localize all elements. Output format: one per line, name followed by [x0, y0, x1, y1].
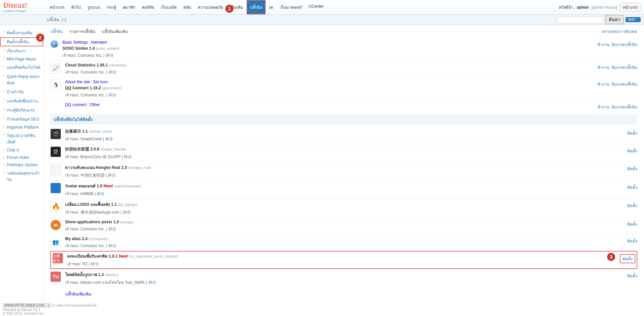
footer: WWW.PPTFLOWER.COMง ทางเลือกใหม่ของคนรักษ… [0, 302, 99, 311]
rate-link[interactable]: 评分 [108, 243, 116, 248]
plugin-icon: 📈 [50, 63, 61, 74]
sidebar-item[interactable]: Mini Page Music [0, 55, 43, 63]
sidebar-item[interactable]: กำหนดข้อมูล SEO [0, 115, 43, 124]
topnav-item[interactable]: รูปแบบ [84, 0, 104, 14]
topnav-item[interactable]: พอร์ทัล [139, 0, 157, 14]
rate-link[interactable]: 评分 [108, 227, 116, 231]
rate-link[interactable]: 评分 [97, 191, 105, 196]
upgrade-link[interactable]: อัปเกรดปลั๊กอิน [611, 82, 637, 87]
run-link[interactable]: ทำงาน [597, 82, 609, 87]
rate-link[interactable]: 评分 [108, 70, 116, 75]
sidebar-item[interactable]: Chat X [0, 146, 43, 154]
sidebar-item[interactable]: แลกลิงค์เพื่อนบ้าน [0, 96, 43, 105]
run-link[interactable]: ทำงาน [597, 42, 609, 47]
search-input[interactable] [556, 16, 603, 23]
rate-link[interactable]: 评分 [124, 154, 132, 159]
install-link[interactable]: ติดตั้ง [627, 274, 637, 278]
plugin-row: 贷好贷站长联盟 2.0.8 (dzapp_haodai)เจ้าของ: Bra… [50, 144, 637, 162]
install-link[interactable]: ติดตั้ง [627, 185, 637, 190]
topnav-item[interactable]: สมาชิก [119, 0, 139, 14]
plugin-meta-link[interactable]: Iwenwen [91, 40, 107, 45]
plugin-icon: 👤 [50, 183, 61, 193]
plugin-icon: 👥 [50, 236, 61, 247]
map-button[interactable]: MAP ↓ [626, 17, 641, 22]
install-link[interactable]: ติดตั้ง [627, 239, 637, 243]
plugin-meta-link[interactable]: Set Icon [93, 80, 108, 84]
plugin-row: 👤Avatar คอมเมนต์ 1.0 New! (lstreviewavat… [50, 180, 637, 199]
search-button[interactable]: ค้นหา [605, 15, 624, 24]
content: ปลั๊กอินรายการปลั๊กอินปลั๊กอินเพิ่มเติมต… [44, 25, 644, 311]
plugin-icon: 🐧 [50, 80, 61, 90]
install-link[interactable]: ติดตั้ง [627, 222, 637, 227]
topnav-item[interactable]: ความปลอดภัย [195, 0, 226, 14]
topnav-item[interactable]: คลับ [180, 0, 195, 14]
tab[interactable]: รายการปลั๊กอิน [69, 28, 95, 35]
plugin-row: 注册送分ลงทะเบียนเพื่อรับเครดิต 1.0.1 New! (… [50, 251, 637, 269]
sidebar-item[interactable]: ป้ายกำกับ [0, 87, 43, 96]
rate-link[interactable]: 评分 [148, 280, 156, 285]
upgrade-link[interactable]: อัปเกรดปลั๊กอิน [611, 42, 637, 47]
topnav-item[interactable]: UCenter [305, 0, 327, 14]
plugin-row: TUโพสต์อัลบั้มรูปภาพ 1.2 (tietuku)เจ้าขอ… [50, 269, 637, 287]
plugin-row: mShow applications posts 1.0 (myapp)เจ้า… [50, 217, 637, 234]
tab[interactable]: ปลั๊กอินเพิ่มเติม [102, 28, 128, 35]
install-link[interactable]: ติดตั้ง [627, 167, 637, 171]
sidebar-item[interactable]: วงล้อแสนสุขประจำวัน [0, 169, 43, 184]
logo: Discuz! Control Panel [3, 2, 43, 13]
plugin-row: 🐧About the site | Set IconQQ Connect 1.1… [50, 77, 637, 100]
plugin-row: QQ connect | Otherทำงานอัปเกรดปลั๊กอิน [50, 100, 637, 112]
plugin-meta-link[interactable]: About the site [65, 80, 90, 84]
home-button[interactable]: หน้าแรก [620, 3, 641, 12]
topnav-item[interactable]: เว็บมาสเตอร์ [276, 0, 305, 14]
sidebar-item[interactable]: TopList (เวอร์ชั่นเสียตั [0, 131, 43, 146]
install-link[interactable]: ติดตั้ง [620, 254, 635, 263]
highlight-badge-2: 2 [36, 34, 44, 42]
sidebar-item[interactable]: Quick Reply ตอบกลับด่ [0, 72, 43, 87]
plugin-row: 🔍Basic Settings | IwenwenSOSO Smiles 1.4… [50, 38, 637, 60]
plugin-icon: 🔍 [50, 40, 58, 48]
topnav-item[interactable]: เค [266, 0, 276, 14]
plugin-row: 📈Cloud Statistics 1.06.1 (cloudstat)เจ้า… [50, 60, 637, 77]
upgrade-link[interactable]: อัปเกรดปลั๊กอิน [611, 105, 637, 109]
plugin-icon: 🔥 [50, 201, 61, 212]
check-update-link[interactable]: ตรวจสอบการอัปเดต [602, 28, 637, 35]
topnav-item[interactable]: หน้าแรก [46, 0, 68, 14]
rate-link[interactable]: 评分 [106, 53, 114, 58]
more-plugins-link[interactable]: ปลั๊กอินเพิ่มเติม [65, 292, 91, 297]
sidebar-item[interactable]: Imgshow Platform [0, 124, 43, 131]
run-link[interactable]: ทำงาน [597, 105, 609, 109]
breadcrumb: ปลั๊กอิน [+] [47, 16, 66, 23]
rate-link[interactable]: 评分 [91, 262, 99, 266]
rate-link[interactable]: 评分 [108, 93, 116, 97]
plugin-meta-link[interactable]: Basic Settings [62, 40, 88, 45]
section-header: ปลั๊กอินที่ยังไม่ได้ติดตั้ง [50, 114, 637, 125]
sidebar-item[interactable]: เกี่ยวกับเรา [0, 46, 43, 55]
topnav-item[interactable]: ปลั๊กอิน [247, 0, 266, 14]
tab[interactable]: ปลั๊กอิน [50, 28, 63, 35]
sidebar-item[interactable]: Forum Index [0, 154, 43, 161]
install-link[interactable]: ติดตั้ง [627, 131, 637, 136]
rate-link[interactable]: 评分 [108, 173, 116, 178]
rate-link[interactable]: 评分 [123, 210, 131, 215]
logout-link[interactable]: [ออกจากระบบ] [591, 4, 617, 10]
topnav-item[interactable]: เว็บบอร์ด [157, 0, 180, 14]
topnav-item[interactable]: กระทู้ [104, 0, 119, 14]
plugin-icon: m [50, 220, 61, 230]
run-link[interactable]: ทำงาน [597, 65, 609, 70]
rate-link[interactable]: 评分 [105, 137, 113, 141]
upgrade-link[interactable]: อัปเกรดปลั๊กอิน [611, 65, 637, 70]
sidebar-item[interactable]: แผนที่ฟอรั่มเว็บไซต์ [0, 63, 43, 72]
sidebar-item[interactable]: กระทู้อันร้อนแรง [0, 105, 43, 115]
plugin-meta-link[interactable]: QQ connect [65, 102, 87, 107]
install-link[interactable]: ติดตั้ง [627, 204, 637, 208]
highlight-badge-3: 3 [607, 253, 615, 261]
plugin-meta-link[interactable]: Other [90, 102, 100, 107]
plugin-icon: TU [50, 271, 61, 282]
plugin-row: ดาวระดับคะแนน Hongke Reat 1.0 (hongke_re… [50, 162, 637, 180]
install-link[interactable]: ติดตั้ง [627, 149, 637, 153]
plugin-icon: 贷 [50, 146, 61, 157]
plugin-icon: 🎬 [50, 129, 61, 139]
plugin-row: 🎬拉幕展示 1.1 (dxksst_draw)เจ้าของ: SmartCom… [50, 127, 637, 144]
sidebar-item[interactable]: Petshopz System [0, 161, 43, 169]
topnav-item[interactable]: ทั่วไป [68, 0, 84, 14]
